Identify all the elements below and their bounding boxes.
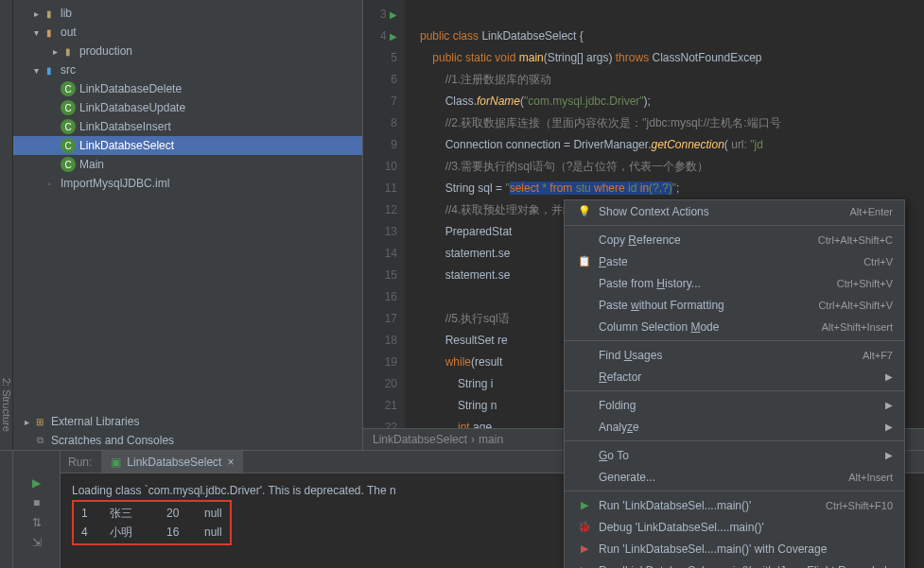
menu-item-refactor[interactable]: Refactor▶ xyxy=(565,366,904,387)
keyword: public static void xyxy=(432,51,515,64)
tree-item-linkdatabseinsert[interactable]: CLinkDatabseInsert xyxy=(13,117,362,136)
gutter-line[interactable]: 8 xyxy=(367,112,397,134)
menu-item-find-usages[interactable]: Find UsagesAlt+F7 xyxy=(565,344,904,366)
chevron-icon[interactable] xyxy=(21,417,32,427)
menu-item-paste[interactable]: 📋PasteCtrl+V xyxy=(565,250,904,272)
file-icon: ▫ xyxy=(42,176,57,191)
menu-label: Folding xyxy=(599,399,885,412)
folder-icon: ▮ xyxy=(42,6,57,21)
menu-item-folding[interactable]: Folding▶ xyxy=(565,394,904,416)
gutter-line[interactable]: 7 xyxy=(367,91,397,112)
menu-shortcut: Alt+Enter xyxy=(849,206,893,217)
run-icon[interactable]: ▶ xyxy=(28,476,45,493)
tree-item-src[interactable]: ▮src xyxy=(13,60,362,79)
gutter-line[interactable]: 10 xyxy=(367,156,397,178)
tree-item-importmysqljdbc.iml[interactable]: ▫ImportMysqlJDBC.iml xyxy=(13,174,362,193)
tree-item-out[interactable]: ▮out xyxy=(13,23,362,42)
gutter-line[interactable]: 15 xyxy=(367,265,397,286)
gutter-line[interactable]: 5 xyxy=(367,47,397,69)
menu-label: Run 'LinkDatabseSel....main()' with 'Jav… xyxy=(599,564,893,569)
gutter-line[interactable]: 19 xyxy=(367,352,397,373)
layout-icon[interactable]: ⇅ xyxy=(28,516,45,533)
class-icon: C xyxy=(61,138,76,153)
project-tree: ▮lib▮out▮production▮srcCLinkDatabaseDele… xyxy=(13,0,362,412)
chevron-icon[interactable] xyxy=(30,27,42,38)
menu-icon: ▶ xyxy=(576,542,593,555)
comment: //2.获取数据库连接（里面内容依次是："jdbc:mysql://主机名:端口… xyxy=(445,116,781,129)
run-side-tabs[interactable] xyxy=(0,451,13,568)
tree-label: src xyxy=(61,63,76,77)
menu-item-analyze[interactable]: Analyze▶ xyxy=(565,416,904,438)
menu-item-paste-without-formatting[interactable]: Paste without FormattingCtrl+Alt+Shift+V xyxy=(565,294,904,316)
menu-separator xyxy=(565,491,904,491)
menu-label: Go To xyxy=(599,449,885,462)
menu-label: Paste xyxy=(599,255,863,268)
gutter-line[interactable]: 16 xyxy=(367,286,397,308)
comment: //3.需要执行的sql语句（?是占位符，代表一个参数） xyxy=(445,160,709,173)
breadcrumb-item[interactable]: main xyxy=(479,433,503,446)
menu-label: Paste from History... xyxy=(599,277,837,290)
structure-tool-tab[interactable]: 2: Structure xyxy=(0,0,13,450)
console-row: 1张三20null xyxy=(81,504,222,523)
scratches-consoles[interactable]: ⧉ Scratches and Consoles xyxy=(13,431,362,450)
menu-item-paste-from-history-[interactable]: Paste from History...Ctrl+Shift+V xyxy=(565,272,904,294)
gutter-line[interactable]: 21 xyxy=(367,395,397,417)
gutter-line[interactable]: 9 xyxy=(367,134,397,156)
menu-label: Generate... xyxy=(599,471,848,484)
menu-item-run-linkdatabsesel-main-[interactable]: ▶Run 'LinkDatabseSel....main()' with 'Ja… xyxy=(565,559,904,568)
menu-item-generate-[interactable]: Generate...Alt+Insert xyxy=(565,466,904,488)
menu-item-go-to[interactable]: Go To▶ xyxy=(565,444,904,466)
chevron-icon[interactable] xyxy=(30,9,42,19)
gutter-line[interactable]: 13 xyxy=(367,221,397,243)
stop-icon[interactable]: ■ xyxy=(28,496,45,513)
menu-icon: ▶ xyxy=(576,564,593,568)
gutter-line[interactable]: 20 xyxy=(367,373,397,395)
gutter-line[interactable]: 6 xyxy=(367,69,397,91)
menu-shortcut: Ctrl+V xyxy=(863,256,893,267)
tree-label: out xyxy=(61,26,77,39)
menu-shortcut: Alt+Insert xyxy=(848,472,893,483)
menu-item-run-linkdatabsesel-main-[interactable]: ▶Run 'LinkDatabseSel....main()'Ctrl+Shif… xyxy=(565,494,904,516)
console-output-box: 1张三20null 4小明16null xyxy=(72,500,232,545)
menu-item-run-linkdatabsesel-main-[interactable]: ▶Run 'LinkDatabseSel....main()' with Cov… xyxy=(565,538,904,559)
tree-label: LinkDatabseInsert xyxy=(79,120,171,133)
tree-label: lib xyxy=(61,7,72,20)
close-icon[interactable]: × xyxy=(227,456,234,469)
menu-item-show-context-actions[interactable]: 💡Show Context ActionsAlt+Enter xyxy=(565,200,904,222)
project-sidebar: ▮lib▮out▮production▮srcCLinkDatabaseDele… xyxy=(13,0,363,450)
gutter-line[interactable]: 11 xyxy=(367,178,397,199)
menu-item-column-selection-mode[interactable]: Column Selection ModeAlt+Shift+Insert xyxy=(565,316,904,337)
chevron-icon: › xyxy=(471,433,475,446)
chevron-icon[interactable] xyxy=(30,65,42,76)
tree-label: LinkDatabaseUpdate xyxy=(79,101,185,114)
menu-icon: ▶ xyxy=(576,499,593,511)
tree-item-main[interactable]: CMain xyxy=(13,155,362,174)
chevron-icon[interactable] xyxy=(49,46,61,57)
run-config-tab[interactable]: ▣ LinkDatabseSelect × xyxy=(101,451,243,473)
gutter-line[interactable]: 17 xyxy=(367,308,397,330)
menu-item-debug-linkdatabsesel-mai[interactable]: 🐞Debug 'LinkDatabseSel....main()' xyxy=(565,516,904,538)
filter-icon[interactable]: ⇲ xyxy=(28,536,45,553)
external-libraries[interactable]: ⊞ External Libraries xyxy=(13,412,362,431)
tree-item-production[interactable]: ▮production xyxy=(13,42,362,60)
tree-item-linkdatabasedelete[interactable]: CLinkDatabaseDelete xyxy=(13,79,362,98)
menu-label: Run 'LinkDatabseSel....main()' with Cove… xyxy=(599,542,893,556)
menu-separator xyxy=(565,225,904,226)
gutter-line[interactable]: 3 ▶ xyxy=(367,4,397,26)
run-label: Run: xyxy=(61,456,92,469)
menu-shortcut: Ctrl+Alt+Shift+C xyxy=(818,234,893,246)
menu-item-copy-reference[interactable]: Copy ReferenceCtrl+Alt+Shift+C xyxy=(565,229,904,250)
gutter-line[interactable]: 18 xyxy=(367,330,397,352)
tree-label: ImportMysqlJDBC.iml xyxy=(61,177,169,190)
gutter-line[interactable]: 22 xyxy=(367,417,397,428)
gutter-line[interactable]: 4 ▶ xyxy=(367,26,397,47)
menu-label: Show Context Actions xyxy=(599,205,849,218)
editor-context-menu: 💡Show Context ActionsAlt+EnterCopy Refer… xyxy=(564,199,905,568)
gutter-line[interactable]: 14 xyxy=(367,243,397,265)
gutter-line[interactable]: 12 xyxy=(367,199,397,221)
tree-item-linkdatabaseupdate[interactable]: CLinkDatabaseUpdate xyxy=(13,98,362,117)
breadcrumb-item[interactable]: LinkDatabseSelect xyxy=(373,433,467,446)
tree-item-linkdatabseselect[interactable]: CLinkDatabseSelect xyxy=(13,136,362,155)
tree-item-lib[interactable]: ▮lib xyxy=(13,4,362,23)
menu-shortcut: Ctrl+Alt+Shift+V xyxy=(818,300,893,311)
